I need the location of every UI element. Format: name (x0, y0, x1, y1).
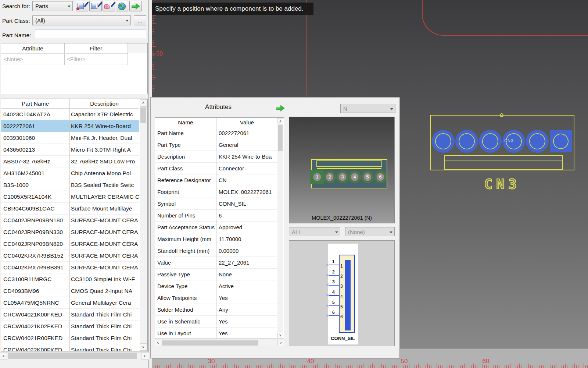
pin-number-inner: 1 (340, 263, 343, 269)
scroll-right-button[interactable]: > (141, 353, 148, 360)
part-row[interactable]: 0436500213Micro-Fit 3.0TM Right A (1, 144, 139, 156)
parts-rows: 04023C104KAT2ACapacitor X7R Dielectric 0… (1, 109, 139, 351)
part-row[interactable]: B3S-1000B3S Sealed Tactile Switc (1, 179, 139, 191)
edit-symbol-button[interactable] (89, 1, 102, 11)
value-column-header[interactable]: Value (216, 118, 278, 127)
scrollbar-thumb[interactable] (278, 125, 283, 151)
part-row[interactable]: CC0402KRX7R9BB391SURFACE-MOUNT CERA (1, 262, 139, 273)
edit-part-button[interactable] (76, 1, 88, 11)
scroll-down-button[interactable]: ∨ (277, 332, 283, 338)
search-for-value: Parts (35, 3, 48, 9)
pad-3 (479, 130, 502, 153)
scroll-down-button[interactable]: ∨ (140, 343, 147, 351)
part-row-selected[interactable]: 0022272061KKR 254 Wire-to-Board (1, 120, 139, 132)
footprint-preview[interactable]: 1 2 3 4 5 6 MOLEX_0022272061 (N) (289, 117, 395, 223)
apply-search-button[interactable] (129, 1, 142, 11)
search-for-label: Search for: (2, 3, 30, 10)
pad-5 (526, 130, 549, 153)
symbol-preview[interactable]: 1 × 1 2 × 2 3 × 3 4 × 4 5 × 5 6 × 6 CONN… (289, 240, 395, 346)
preview-pad-2: 2 (323, 171, 336, 183)
refdes-label: CN3 (431, 176, 574, 192)
part-class-browse-button[interactable]: ... (134, 15, 146, 25)
symbol-caption: CONN_SIL (328, 336, 358, 341)
part-class-value: (All) (35, 17, 45, 24)
pad-6-square (550, 130, 572, 152)
scrollbar-thumb[interactable] (140, 107, 146, 123)
pin-number: 3 (332, 279, 335, 284)
preview-pad-5: 5 (361, 171, 374, 183)
part-row[interactable]: CRCW04021R00FKEDStandard Thick Film Chi (1, 332, 139, 344)
web-search-button[interactable] (116, 1, 128, 11)
part-class-label: Part Class: (2, 18, 30, 24)
gate-value: ALL (292, 229, 302, 235)
part-row[interactable]: CC3100R11MRGCCC3100 SimpleLink Wi-F (1, 273, 139, 285)
part-row[interactable]: CC0402JRNP09BN820SURFACE-MOUNT CERA (1, 238, 139, 250)
gate-dropdown[interactable]: ALL (289, 227, 340, 236)
part-row[interactable]: 04023C104KAT2ACapacitor X7R Dielectric (1, 109, 139, 120)
footprint-layer-dropdown[interactable]: N (340, 104, 395, 113)
pin-line (329, 275, 339, 276)
add-component-button[interactable] (275, 103, 287, 113)
part-row[interactable]: 0039301060Mini-Fit Jr. Header, Dual (1, 132, 139, 144)
apply-arrow-icon (276, 105, 286, 112)
attribute-none-cell[interactable]: <None> (4, 54, 23, 64)
preview-pad-6: 6 (374, 171, 387, 183)
part-row[interactable]: CRCW04022K00FKEDStandard Thick Film Chi (1, 344, 139, 351)
scroll-up-button[interactable]: ∧ (277, 118, 283, 124)
parts-vertical-scrollbar[interactable]: ∧ ∨ (140, 99, 147, 351)
pin-number: 4 (332, 290, 335, 295)
part-row[interactable]: CRCW04021K00FKEDStandard Thick Film Chi (1, 309, 139, 321)
footprint-caption: MOLEX_0022272061 (N) (289, 215, 394, 221)
pin-number: 2 (332, 269, 335, 275)
status-tooltip: Specify a position where a component is … (152, 3, 313, 15)
edit-footprint-icon (104, 4, 110, 9)
part-row[interactable]: C1005X5R1A104KMULTILAYER CERAMIC C (1, 191, 139, 203)
parts-horizontal-scrollbar[interactable]: < > (0, 352, 149, 360)
attribute-column-header[interactable]: Attribute (1, 43, 64, 53)
part-row[interactable]: CD4093BM96CMOS Quad 2-Input NA (1, 285, 139, 297)
part-row[interactable]: ABS07-32.768kHz32.768kHz SMD Low Pro (1, 156, 139, 167)
part-row[interactable]: CRCW04021K02FKEDStandard Thick Film Chi (1, 321, 139, 332)
symbol-sheet: 1 × 1 2 × 2 3 × 3 4 × 4 5 × 5 6 × 6 CONN… (328, 244, 358, 344)
part-row[interactable]: CC0402JRNP09BN330SURFACE-MOUNT CERA (1, 226, 139, 238)
scroll-right-button[interactable]: > (277, 340, 284, 346)
scroll-up-button[interactable]: ∧ (140, 99, 147, 107)
chevron-down-icon (390, 108, 393, 110)
parts-table: Part Name Description 04023C104KAT2ACapa… (1, 99, 148, 351)
scroll-left-button[interactable]: < (155, 340, 161, 346)
part-row[interactable]: CBR04C609B1GACSurface Mount Multilaye (1, 203, 139, 215)
part-row[interactable]: CC0402JRNP09BN180SURFACE-MOUNT CERA (1, 215, 139, 226)
pin-number-inner: 3 (340, 284, 343, 289)
pin-number-inner: 2 (340, 274, 343, 279)
filter-column-header[interactable]: Filter (64, 43, 128, 53)
pin-number: 6 (332, 310, 335, 315)
search-for-dropdown[interactable]: Parts (32, 1, 73, 11)
part-name-column-header[interactable]: Part Name (1, 99, 69, 109)
pin-filter-dropdown[interactable]: (None) (345, 227, 395, 236)
preview-pad-1: 1 (310, 170, 324, 184)
part-row[interactable]: AH316M245001Chip Antenna Mono Pol (1, 167, 139, 179)
pin-filter-value: (None) (348, 229, 365, 235)
part-row[interactable]: CC0402KRX7R9BB152SURFACE-MOUNT CERA (1, 250, 139, 262)
part-class-dropdown[interactable]: (All) (32, 15, 131, 25)
pin-line (329, 265, 339, 265)
name-column-header[interactable]: Name (155, 118, 216, 127)
filter-placeholder-cell[interactable]: <Filter> (67, 54, 86, 64)
component-cn3-footprint: CN3 CN3 (430, 115, 574, 170)
pin-line (329, 315, 339, 316)
edit-footprint-button[interactable] (103, 1, 115, 11)
scrollbar-thumb[interactable] (162, 340, 258, 346)
attributes-horizontal-scrollbar[interactable]: < > (155, 340, 284, 346)
part-name-input[interactable] (35, 29, 146, 39)
scrollbar-thumb[interactable] (8, 353, 137, 359)
pad-2 (455, 130, 478, 153)
scroll-left-button[interactable]: < (0, 353, 7, 360)
vertical-ruler-label: 60 (156, 50, 163, 57)
dialog-title: Attributes (155, 103, 282, 111)
board-outline (422, 0, 588, 36)
symbol-connector-bar (345, 260, 351, 330)
part-row[interactable]: CL05A475MQ5NRNCGeneral Multilayer Cera (1, 297, 139, 309)
connector-tray-outline (444, 155, 563, 170)
description-column-header[interactable]: Description (69, 99, 139, 109)
attributes-vertical-scrollbar[interactable]: ∧ ∨ (277, 118, 283, 338)
